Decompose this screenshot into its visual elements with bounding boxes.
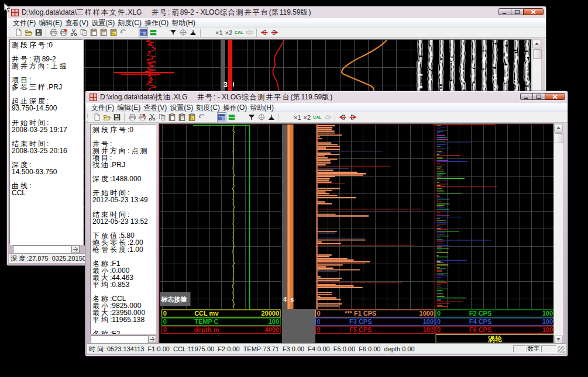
svg-text:100: 100 bbox=[423, 318, 434, 325]
svg-text:depth m: depth m bbox=[194, 326, 219, 333]
svg-text:4000: 4000 bbox=[265, 326, 279, 333]
svg-text:F3 CPS: F3 CPS bbox=[349, 318, 372, 325]
svg-text:0: 0 bbox=[437, 310, 441, 317]
svg-text:100: 100 bbox=[542, 310, 553, 317]
svg-text:100: 100 bbox=[542, 318, 553, 325]
svg-text:*** F1 CPS: *** F1 CPS bbox=[345, 310, 376, 317]
svg-text:涡轮: 涡轮 bbox=[487, 335, 503, 343]
svg-text:20000: 20000 bbox=[261, 310, 279, 317]
svg-text:0: 0 bbox=[317, 310, 321, 317]
svg-text:标志接箍: 标志接箍 bbox=[161, 296, 187, 303]
svg-text:3: 3 bbox=[223, 80, 228, 89]
svg-text:0: 0 bbox=[163, 326, 167, 333]
svg-text:0: 0 bbox=[163, 318, 167, 325]
svg-text:F6 CPS: F6 CPS bbox=[469, 326, 492, 333]
svg-text:0: 0 bbox=[437, 318, 441, 325]
svg-text:0: 0 bbox=[317, 318, 321, 325]
svg-text:0: 0 bbox=[437, 326, 441, 333]
svg-text:100: 100 bbox=[269, 318, 279, 325]
svg-text:F4 CPS: F4 CPS bbox=[469, 318, 492, 325]
svg-text:0: 0 bbox=[163, 310, 167, 317]
svg-text:0: 0 bbox=[317, 326, 321, 333]
svg-text:1000: 1000 bbox=[419, 310, 434, 317]
svg-text:100: 100 bbox=[542, 326, 553, 333]
svg-text:CCL mv: CCL mv bbox=[194, 310, 219, 317]
svg-text:100: 100 bbox=[423, 326, 434, 333]
svg-text:TEMP C: TEMP C bbox=[194, 318, 218, 325]
svg-text:4 s: 4 s bbox=[283, 296, 294, 303]
svg-text:F5 CPS: F5 CPS bbox=[349, 326, 372, 333]
svg-text:F2 CPS: F2 CPS bbox=[469, 310, 492, 317]
